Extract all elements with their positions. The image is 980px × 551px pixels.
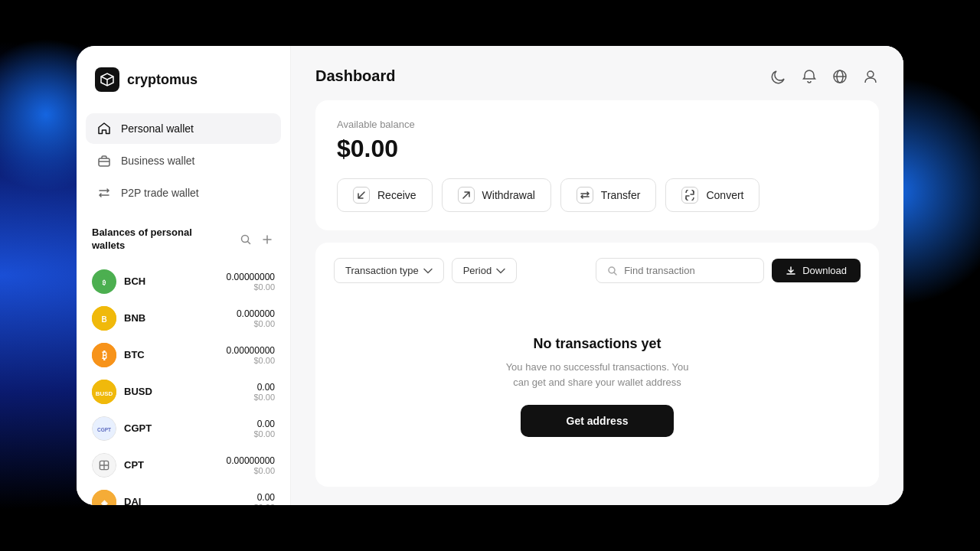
period-filter[interactable]: Period [452, 258, 518, 283]
svg-text:BUSD: BUSD [96, 390, 113, 397]
withdrawal-icon [458, 187, 475, 204]
receive-button[interactable]: Receive [337, 178, 433, 212]
topbar: Dashboard [291, 46, 903, 100]
main-card: cryptomus Personal wallet [77, 46, 903, 505]
home-icon [96, 121, 112, 136]
bell-icon[interactable] [801, 68, 818, 85]
receive-icon [353, 187, 370, 204]
p2p-wallet-label: P2P trade wallet [121, 187, 199, 199]
search-balances-button[interactable] [238, 232, 253, 247]
sidebar-item-personal-wallet[interactable]: Personal wallet [86, 113, 281, 144]
svg-rect-1 [99, 158, 109, 166]
coin-item-cgpt: CGPT CGPT 0.00 $0.00 [92, 410, 275, 447]
download-label: Download [802, 265, 847, 276]
globe-icon[interactable] [831, 68, 848, 85]
dai-balance: 0.00 $0.00 [253, 492, 275, 505]
business-wallet-label: Business wallet [121, 155, 195, 167]
transfer-button[interactable]: Transfer [560, 178, 657, 212]
nav-items: Personal wallet Business wallet [77, 113, 290, 208]
coin-list: ₿ BCH 0.00000000 $0.00 B BNB 0.000000 [92, 263, 275, 505]
transactions-toolbar: Transaction type Period [334, 258, 861, 283]
balances-header: Balances of personalwallets [92, 227, 275, 253]
topbar-icons [770, 68, 879, 85]
btc-balance: 0.00000000 $0.00 [227, 345, 275, 365]
user-icon[interactable] [862, 68, 879, 85]
page-title: Dashboard [315, 67, 395, 85]
download-button[interactable]: Download [772, 259, 861, 282]
logo-icon [95, 67, 119, 92]
empty-state: No transactions yet You have no successf… [334, 302, 861, 471]
balance-card: Available balance $0.00 Receive [315, 100, 879, 230]
cgpt-balance: 0.00 $0.00 [253, 419, 275, 439]
p2p-icon [96, 185, 112, 201]
svg-point-21 [867, 71, 874, 77]
withdrawal-label: Withdrawal [482, 189, 535, 201]
busd-name: BUSD [124, 386, 246, 397]
bch-balance: 0.00000000 $0.00 [227, 272, 275, 292]
cpt-name: CPT [124, 459, 219, 471]
logo-area: cryptomus [77, 67, 290, 113]
sidebar-item-p2p-wallet[interactable]: P2P trade wallet [86, 178, 281, 208]
cpt-balance: 0.00000000 $0.00 [227, 455, 275, 475]
coin-item-dai: ◈ DAI 0.00 $0.00 [92, 484, 275, 505]
bch-name: BCH [124, 276, 219, 287]
briefcase-icon [96, 153, 112, 168]
coin-item-cpt: CPT 0.00000000 $0.00 [92, 447, 275, 484]
bnb-name: BNB [124, 312, 229, 324]
action-buttons: Receive Withdrawal [337, 178, 858, 212]
convert-label: Convert [706, 189, 743, 201]
busd-balance: 0.00 $0.00 [253, 382, 275, 402]
btc-icon: ₿ [92, 343, 116, 367]
balances-actions [238, 232, 275, 247]
cpt-icon [92, 453, 116, 478]
balance-amount: $0.00 [337, 135, 858, 163]
search-box [596, 258, 764, 283]
transfer-label: Transfer [601, 189, 641, 201]
coin-item-btc: ₿ BTC 0.00000000 $0.00 [92, 337, 275, 373]
btc-name: BTC [124, 349, 219, 360]
empty-desc: You have no successful transactions. You… [506, 360, 689, 390]
content-area: Available balance $0.00 Receive [291, 100, 903, 505]
convert-icon [681, 187, 698, 204]
coin-item-bch: ₿ BCH 0.00000000 $0.00 [92, 263, 275, 300]
coin-item-bnb: B BNB 0.000000 $0.00 [92, 300, 275, 337]
period-label: Period [463, 265, 492, 276]
svg-text:B: B [101, 315, 106, 324]
convert-button[interactable]: Convert [665, 178, 760, 212]
coin-item-busd: BUSD BUSD 0.00 $0.00 [92, 373, 275, 410]
search-icon [607, 266, 618, 276]
cgpt-icon: CGPT [92, 416, 116, 441]
main-content: Dashboard [291, 46, 903, 505]
transaction-type-label: Transaction type [345, 265, 419, 276]
receive-label: Receive [377, 189, 416, 201]
empty-title: No transactions yet [533, 336, 661, 352]
bnb-icon: B [92, 306, 116, 331]
dai-icon: ◈ [92, 490, 116, 505]
balances-title: Balances of personalwallets [92, 227, 192, 253]
available-label: Available balance [337, 119, 858, 130]
svg-text:₿: ₿ [102, 350, 107, 361]
withdrawal-button[interactable]: Withdrawal [442, 178, 551, 212]
balances-section: Balances of personalwallets [77, 227, 290, 505]
moon-icon[interactable] [770, 68, 787, 85]
personal-wallet-label: Personal wallet [121, 122, 194, 135]
transactions-section: Transaction type Period [315, 243, 879, 487]
logo-text: cryptomus [127, 72, 198, 88]
sidebar-item-business-wallet[interactable]: Business wallet [86, 145, 281, 176]
transfer-icon [577, 187, 593, 204]
dai-name: DAI [124, 496, 246, 505]
download-icon [786, 266, 796, 276]
transaction-type-filter[interactable]: Transaction type [334, 258, 444, 283]
cgpt-name: CGPT [124, 422, 246, 434]
add-coin-button[interactable] [260, 232, 275, 247]
bch-icon: ₿ [92, 269, 116, 294]
busd-icon: BUSD [92, 380, 116, 404]
sidebar: cryptomus Personal wallet [77, 46, 291, 505]
get-address-button[interactable]: Get address [521, 405, 675, 437]
bnb-balance: 0.000000 $0.00 [237, 308, 275, 328]
search-input[interactable] [624, 265, 753, 276]
svg-text:◈: ◈ [100, 498, 108, 505]
svg-text:CGPT: CGPT [97, 427, 111, 432]
